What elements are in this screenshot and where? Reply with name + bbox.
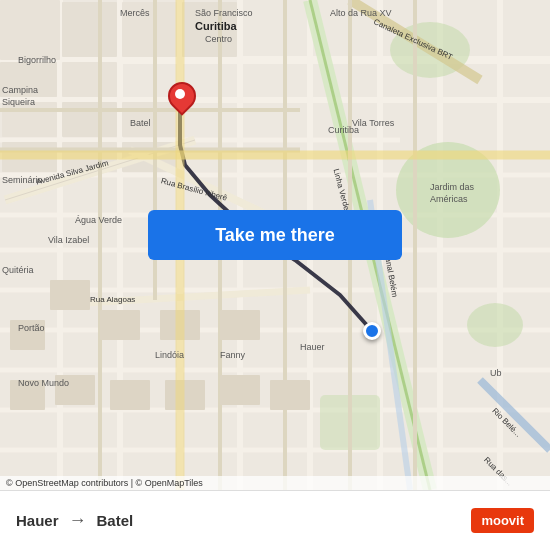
svg-rect-58: [10, 320, 45, 350]
map-attribution: © OpenStreetMap contributors | © OpenMap…: [0, 476, 550, 490]
svg-rect-59: [50, 280, 90, 310]
svg-rect-62: [220, 310, 260, 340]
svg-rect-31: [2, 102, 57, 137]
svg-rect-65: [110, 380, 150, 410]
svg-rect-64: [55, 375, 95, 405]
footer-destination: Batel: [97, 512, 134, 529]
svg-rect-30: [62, 62, 117, 97]
svg-rect-28: [182, 2, 237, 57]
svg-rect-25: [0, 0, 60, 60]
svg-rect-67: [220, 375, 260, 405]
svg-rect-27: [122, 2, 177, 57]
destination-marker: [168, 82, 192, 114]
footer-origin: Hauer: [16, 512, 59, 529]
map-container: Curitiba Centro Mercês São Francisco Alt…: [0, 0, 550, 490]
svg-rect-26: [62, 2, 117, 57]
svg-point-39: [467, 303, 523, 347]
footer: Hauer → Batel moovit: [0, 490, 550, 550]
svg-rect-66: [165, 380, 205, 410]
moovit-logo-text: moovit: [481, 513, 524, 528]
svg-rect-29: [0, 62, 57, 97]
svg-rect-68: [270, 380, 310, 410]
origin-marker: [363, 322, 381, 340]
footer-arrow: →: [69, 510, 87, 531]
svg-rect-63: [10, 380, 45, 410]
take-me-there-button[interactable]: Take me there: [148, 210, 402, 260]
moovit-logo: moovit: [471, 508, 534, 533]
svg-rect-32: [62, 102, 117, 137]
svg-rect-60: [100, 310, 140, 340]
